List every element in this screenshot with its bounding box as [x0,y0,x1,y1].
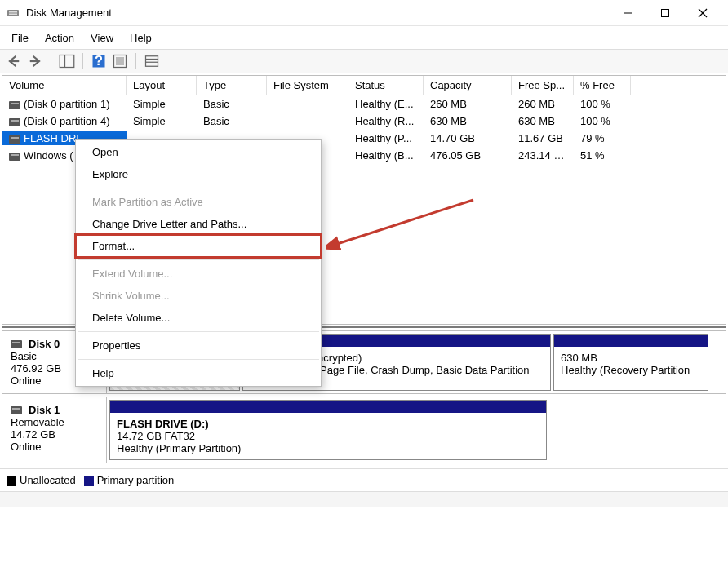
col-layout[interactable]: Layout [127,76,197,95]
svg-rect-14 [116,57,124,65]
menu-help[interactable]: Help [122,29,160,47]
maximize-button[interactable] [646,0,684,26]
col-capacity[interactable]: Capacity [424,76,512,95]
disk1-size: 14.72 GB [11,428,98,441]
svg-rect-2 [9,13,17,15]
menu-item[interactable]: Delete Volume... [76,307,321,329]
col-type[interactable]: Type [197,76,267,95]
svg-rect-4 [662,9,669,16]
settings-icon[interactable] [111,52,129,70]
toolbar: ? [0,49,728,73]
forward-button[interactable] [26,52,44,70]
disk-icon [11,406,22,414]
help-icon[interactable]: ? [90,52,108,70]
partition[interactable]: FLASH DRIVE (D:)14.72 GB FAT32Healthy (P… [109,400,547,460]
menu-item: Mark Partition as Active [76,191,321,213]
table-row[interactable]: (Disk 0 partition 1)SimpleBasicHealthy (… [2,95,726,113]
col-filesystem[interactable]: File System [267,76,348,95]
svg-rect-9 [60,55,74,68]
volume-table-header: Volume Layout Type File System Status Ca… [2,76,726,95]
menu-item[interactable]: Format... [76,235,321,257]
statusbar [0,491,728,507]
menu-item[interactable]: Properties [76,335,321,357]
window-title: Disk Management [26,7,609,19]
menu-item[interactable]: Help [76,362,321,384]
col-status[interactable]: Status [348,76,424,95]
menu-item[interactable]: Change Drive Letter and Paths... [76,213,321,235]
menu-view[interactable]: View [82,29,122,47]
legend-unallocated: Unallocated [7,474,76,486]
menubar: File Action View Help [0,26,728,49]
svg-text:?: ? [95,53,103,68]
back-button[interactable] [5,52,23,70]
menu-item: Shrink Volume... [76,285,321,307]
app-icon [7,7,20,20]
menu-action[interactable]: Action [37,29,82,47]
legend-primary: Primary partition [84,474,175,486]
col-volume[interactable]: Volume [2,76,127,95]
menu-item[interactable]: Open [76,141,321,163]
disk1-status: Online [11,441,98,453]
svg-rect-0 [7,10,19,16]
list-icon[interactable] [143,52,161,70]
menu-item[interactable]: Explore [76,163,321,185]
disk0-name: Disk 0 [29,338,60,350]
context-menu[interactable]: OpenExploreMark Partition as ActiveChang… [75,139,322,387]
col-freespace[interactable]: Free Sp... [512,76,574,95]
disk1-panel: Disk 1 Removable 14.72 GB Online FLASH D… [2,397,726,463]
partition[interactable]: 630 MBHealthy (Recovery Partition [553,334,708,391]
disk1-name: Disk 1 [29,404,60,416]
disk-icon [11,340,22,348]
menu-file[interactable]: File [3,29,37,47]
table-row[interactable]: (Disk 0 partition 4)SimpleBasicHealthy (… [2,113,726,130]
svg-rect-1 [9,11,17,13]
close-button[interactable] [684,0,721,26]
disk1-type: Removable [11,416,98,428]
console-tree-icon[interactable] [58,52,76,70]
col-pctfree[interactable]: % Free [574,76,631,95]
titlebar: Disk Management [0,0,728,26]
minimize-button[interactable] [609,0,646,26]
disk1-info[interactable]: Disk 1 Removable 14.72 GB Online [2,397,107,463]
menu-item: Extend Volume... [76,263,321,285]
disk1-partitions: FLASH DRIVE (D:)14.72 GB FAT32Healthy (P… [107,397,726,463]
legend: Unallocated Primary partition [0,468,728,491]
svg-rect-15 [146,56,158,67]
